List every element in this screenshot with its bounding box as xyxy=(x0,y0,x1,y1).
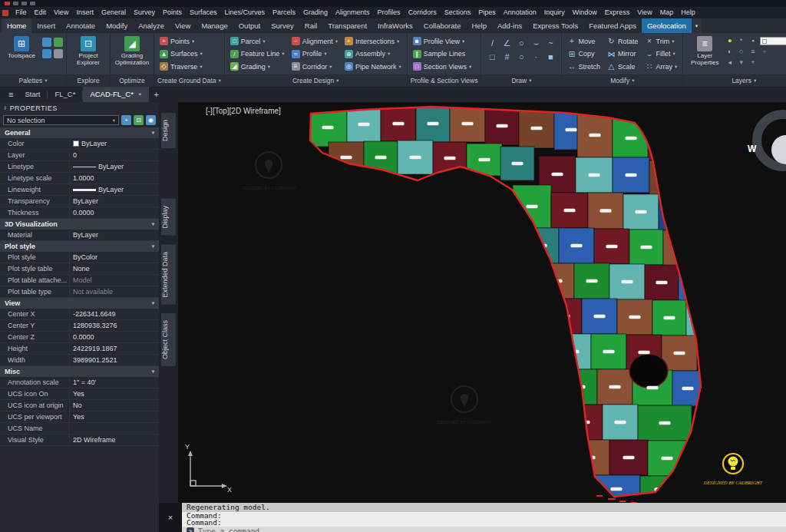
property-value-ucs-icon-on[interactable]: Yes xyxy=(69,388,159,399)
menu-item-view[interactable]: View xyxy=(633,7,656,18)
tool-palettes-icon[interactable] xyxy=(42,38,51,47)
property-value-center-x[interactable]: -226341.6649 xyxy=(69,309,159,319)
grading-button[interactable]: ◢Grading▾ xyxy=(228,61,287,72)
surfaces-button[interactable]: ▲Surfaces▾ xyxy=(157,48,205,60)
menu-item-pipes[interactable]: Pipes xyxy=(474,7,500,18)
menu-item-help[interactable]: Help xyxy=(677,7,699,18)
property-value-ucs-name[interactable] xyxy=(69,423,159,434)
menu-item-view[interactable]: View xyxy=(50,7,72,18)
command-input[interactable]: >Type a command xyxy=(182,527,786,532)
redo-icon[interactable] xyxy=(30,2,35,5)
side-tab-extended-data[interactable]: Extended Data xyxy=(161,245,176,305)
property-value-center-y[interactable]: 1280938.3276 xyxy=(69,320,159,331)
layer-isolate-icon[interactable]: ◐ xyxy=(725,48,734,56)
ribbon-tab-survey[interactable]: Survey xyxy=(266,18,299,33)
save-icon[interactable] xyxy=(13,2,18,5)
menu-item-edit[interactable]: Edit xyxy=(31,7,51,18)
section-header-plot-style[interactable]: Plot style▾ xyxy=(0,241,159,252)
layer-freeze-icon[interactable]: * xyxy=(737,37,745,45)
ribbon-tab-collaborate[interactable]: Collaborate xyxy=(418,18,467,33)
command-line[interactable]: Regenerating model.Command:Command:>Type… xyxy=(182,503,786,532)
rectangle-icon[interactable]: □ xyxy=(487,51,497,62)
selection-dropdown[interactable]: No selection ▾ xyxy=(3,115,119,125)
property-value-center-z[interactable]: 0.0000 xyxy=(69,332,159,342)
profile-button[interactable]: ≈Profile▾ xyxy=(289,48,340,60)
property-value-width[interactable]: 3989901.2521 xyxy=(69,355,159,365)
property-value-ucs-icon-at-origin[interactable]: No xyxy=(69,400,159,411)
parcel-button[interactable]: □Parcel▾ xyxy=(228,35,287,47)
panel-label-profile-section-views[interactable]: Profile & Section Views xyxy=(408,74,481,87)
toolspace-button[interactable]: ⊞Toolspace xyxy=(3,34,40,74)
side-tab-display[interactable]: Display xyxy=(161,199,176,236)
menu-item-grading[interactable]: Grading xyxy=(299,7,332,18)
layer-prev-icon[interactable]: ◂ xyxy=(725,58,734,67)
stretch-button[interactable]: ↔Stretch xyxy=(565,61,603,72)
sample-lines-button[interactable]: ∥Sample Lines xyxy=(411,48,474,60)
panel-label-modify[interactable]: Modify▾ xyxy=(562,74,682,87)
rotate-button[interactable]: ↻Rotate xyxy=(605,35,641,47)
select-objects-icon[interactable]: ⊡ xyxy=(134,115,144,125)
property-value-thickness[interactable]: 0.0000 xyxy=(69,207,159,218)
intersections-button[interactable]: +Intersections▾ xyxy=(342,35,404,47)
profile-view-button[interactable]: ■Profile View▾ xyxy=(411,35,474,47)
drawing-canvas[interactable]: [-][Top][2D Wireframe] W DESIGNED BY CAD… xyxy=(178,102,786,503)
pipe-network-button[interactable]: ◎Pipe Network▾ xyxy=(342,61,404,72)
app-menu-icon[interactable] xyxy=(5,2,10,5)
ribbon-tab-add-ins[interactable]: Add-ins xyxy=(492,18,527,33)
side-tab-object-class[interactable]: Object Class xyxy=(161,313,176,366)
property-value-visual-style[interactable]: 2D Wireframe xyxy=(69,435,159,445)
spline-icon[interactable]: ~ xyxy=(545,38,556,48)
ribbon-tab-manage[interactable]: Manage xyxy=(196,18,233,33)
menu-item-window[interactable]: Window xyxy=(569,7,601,18)
ribbon-tab-transparent[interactable]: Transparent xyxy=(322,18,372,33)
ribbon-tab-geolocation[interactable]: Geolocation xyxy=(642,18,692,33)
property-value-annotation-scale[interactable]: 1" = 40' xyxy=(69,377,159,388)
layer-match-icon[interactable]: ≡ xyxy=(748,48,757,56)
trim-button[interactable]: ×Trim▾ xyxy=(642,35,679,47)
panel-label-create-ground-data[interactable]: Create Ground Data▾ xyxy=(154,74,224,87)
menu-item-points[interactable]: Points xyxy=(159,7,186,18)
polyline-icon[interactable]: ∠ xyxy=(501,38,512,48)
ribbon-tab-insert[interactable]: Insert xyxy=(31,18,61,33)
property-value-plot-table-attache[interactable]: Model xyxy=(69,275,159,286)
traverse-button[interactable]: ◇Traverse▾ xyxy=(157,61,205,72)
menu-item-annotation[interactable]: Annotation xyxy=(500,7,540,18)
section-views-button[interactable]: □Section Views▾ xyxy=(411,61,474,72)
property-value-linetype-scale[interactable]: 1.0000 xyxy=(69,173,159,183)
ribbon-tab-output[interactable]: Output xyxy=(233,18,266,33)
property-value-ucs-per-viewport[interactable]: Yes xyxy=(69,411,159,422)
ribbon-tab-annotate[interactable]: Annotate xyxy=(61,18,101,33)
menu-item-parcels[interactable]: Parcels xyxy=(269,7,299,18)
toggle-pickadd-icon[interactable]: + xyxy=(121,115,131,125)
project-explorer-button[interactable]: ⊡Project Explorer xyxy=(70,34,107,74)
ribbon-tab-infraworks[interactable]: InfraWorks xyxy=(372,18,418,33)
mirror-button[interactable]: ⋈Mirror xyxy=(605,48,641,60)
property-value-transparency[interactable]: ByLayer xyxy=(69,196,159,207)
alignment-button[interactable]: ~Alignment▾ xyxy=(289,35,340,47)
circle-icon[interactable]: ○ xyxy=(516,38,527,48)
fillet-button[interactable]: ⌣Fillet▾ xyxy=(642,48,679,60)
section-header-general[interactable]: General▾ xyxy=(0,127,159,138)
menu-item-profiles[interactable]: Profiles xyxy=(374,7,405,18)
ribbon-tab-help[interactable]: Help xyxy=(466,18,492,33)
ribbon-tab-options-icon[interactable]: ▾ xyxy=(692,18,702,33)
close-icon[interactable]: × xyxy=(168,513,173,522)
region-icon[interactable]: ■ xyxy=(545,51,556,62)
arc-icon[interactable]: ⌣ xyxy=(530,38,541,48)
layer-off-icon[interactable]: ○ xyxy=(737,48,745,56)
section-header-misc[interactable]: Misc▾ xyxy=(0,366,159,377)
menu-item-lines-curves[interactable]: Lines/Curves xyxy=(221,7,269,18)
ribbon-tab-featured-apps[interactable]: Featured Apps xyxy=(583,18,642,33)
ribbon-tab-express-tools[interactable]: Express Tools xyxy=(527,18,583,33)
layer-dropdown[interactable] xyxy=(760,37,786,45)
hamburger-icon[interactable]: ≡ xyxy=(4,90,18,99)
menu-item-general[interactable]: General xyxy=(97,7,130,18)
ellipse-icon[interactable]: ○ xyxy=(516,51,527,62)
menu-item-map[interactable]: Map xyxy=(656,7,678,18)
menu-item-file[interactable]: File xyxy=(12,7,31,18)
new-tab-button[interactable]: + xyxy=(149,90,164,99)
grading-optimization-button[interactable]: ◢Grading Optimization xyxy=(114,34,150,74)
ribbon-tab-analyze[interactable]: Analyze xyxy=(133,18,170,33)
panel-label-create-design[interactable]: Create Design▾ xyxy=(225,74,407,87)
panel-label-explore[interactable]: Explore xyxy=(67,74,110,87)
